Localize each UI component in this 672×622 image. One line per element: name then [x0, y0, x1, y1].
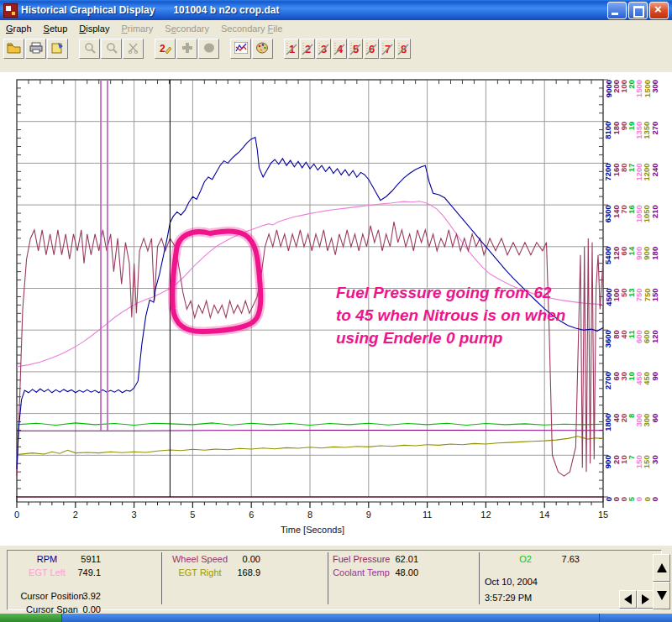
numbered-graph-icon: 6	[365, 41, 377, 56]
plus-icon	[181, 42, 193, 55]
zoom-in-button	[79, 39, 100, 59]
log-time: 3:57:29 PM	[485, 593, 532, 603]
menu-display[interactable]: Display	[73, 22, 115, 35]
graph-1-button[interactable]: 1	[284, 39, 299, 59]
annotation-text: using Enderle 0 pump	[336, 329, 502, 347]
left-arrow-icon	[624, 594, 632, 604]
scissors-icon	[128, 42, 139, 55]
print-button[interactable]	[25, 39, 46, 59]
svg-text:210: 210	[650, 205, 659, 218]
svg-text:60: 60	[650, 414, 659, 423]
graph-5-button[interactable]: 5	[348, 39, 363, 59]
channel-value-rpm: 5911	[50, 554, 101, 564]
menu-secondary-file: Secondary File	[215, 22, 288, 35]
palette-icon	[256, 42, 269, 55]
menu-primary: Primary	[115, 22, 159, 35]
svg-text:90: 90	[650, 372, 659, 381]
svg-text:2: 2	[160, 43, 165, 55]
numbered-graph-icon: 3	[318, 41, 329, 56]
numbered-graph-icon: 7	[381, 41, 393, 56]
mini-chart-icon	[234, 42, 248, 55]
cursor-step-buttons	[619, 590, 654, 609]
annotation-text: Fuel Pressure going from 62	[336, 284, 552, 301]
palette-button[interactable]	[252, 39, 273, 59]
printer-icon	[29, 42, 43, 55]
dual-graph-button[interactable]	[230, 39, 251, 59]
history-graph[interactable]: 023568911121415Time [Seconds]90008100720…	[0, 72, 672, 546]
svg-text:14: 14	[539, 510, 549, 520]
taskbar[interactable]	[0, 614, 672, 622]
right-arrow-icon	[642, 594, 649, 604]
export-note-button[interactable]	[47, 39, 68, 59]
cursor-left-button[interactable]	[619, 590, 637, 609]
zoom-in-icon	[84, 42, 96, 55]
svg-text:300: 300	[650, 80, 659, 93]
status-divider	[161, 552, 162, 604]
graph-4-button[interactable]: 4	[332, 39, 347, 59]
zoom-out-button	[101, 39, 122, 59]
svg-text:30: 30	[650, 455, 659, 464]
cut-button	[123, 39, 144, 59]
svg-text:5: 5	[190, 510, 195, 520]
window-title: Historical Graphical Display	[21, 4, 155, 16]
svg-text:0: 0	[14, 510, 19, 520]
menu-setup[interactable]: Setup	[38, 22, 74, 35]
channel-value-fuel-pressure: 62.01	[368, 554, 418, 564]
svg-text:8: 8	[307, 510, 312, 520]
menu-graph[interactable]: Graph	[0, 22, 38, 35]
cursor-position-value: 3.92	[52, 591, 101, 601]
svg-text:270: 270	[650, 122, 659, 135]
menu-bar: GraphSetupDisplayPrimarySecondarySeconda…	[0, 20, 672, 37]
graph-8-button[interactable]: 8	[396, 39, 411, 59]
channel-value-egt-left: 749.1	[50, 567, 101, 578]
folder-open-icon	[7, 42, 21, 55]
status-panel: RPM5911EGT Left749.1Wheel Speed0.00EGT R…	[0, 546, 672, 614]
status-divider	[328, 552, 328, 604]
taskbar-divider	[599, 614, 600, 622]
menu-secondary: Secondary	[159, 22, 215, 35]
cursor-right-button[interactable]	[637, 590, 654, 609]
annotation-text: to 45 when Nitrous is on when	[336, 306, 565, 324]
chart-area[interactable]: 023568911121415Time [Seconds]90008100720…	[0, 72, 672, 546]
channel-value-wheel-speed: 0.00	[208, 554, 260, 564]
x-axis-title: Time [Seconds]	[281, 525, 344, 535]
toolbar: 212345678	[0, 36, 672, 72]
svg-text:180: 180	[650, 247, 659, 260]
pencil-2-icon: 2	[159, 42, 171, 56]
graph-2-button[interactable]: 2	[300, 39, 315, 59]
channel-value-o2: 7.63	[528, 554, 580, 564]
channel-value-coolant-temp: 48.00	[368, 567, 418, 578]
up-arrow-icon	[657, 563, 667, 572]
restore-button[interactable]	[628, 2, 648, 19]
svg-text:0: 0	[650, 497, 659, 501]
close-button[interactable]	[649, 2, 669, 19]
edit-graph2-button[interactable]: 2	[155, 39, 176, 59]
channel-value-egt-right: 168.9	[208, 567, 260, 578]
graph-6-button[interactable]: 6	[364, 39, 379, 59]
svg-text:6: 6	[249, 510, 254, 520]
down-arrow-icon	[657, 591, 667, 600]
graph-3-button[interactable]: 3	[316, 39, 331, 59]
svg-text:12: 12	[480, 510, 491, 520]
svg-text:2: 2	[73, 510, 78, 520]
blob-icon	[203, 42, 215, 55]
scroll-up-button[interactable]	[653, 554, 670, 582]
note-icon	[51, 42, 64, 55]
scroll-down-button[interactable]	[653, 582, 670, 609]
add-button	[176, 39, 197, 59]
window-file-title: 101004 b n2o crop.dat	[173, 4, 279, 16]
app-window: Historical Graphical Display 101004 b n2…	[0, 0, 672, 622]
svg-text:11: 11	[423, 510, 432, 520]
start-button[interactable]	[0, 614, 62, 622]
numbered-graph-icon: 1	[286, 41, 297, 56]
graph-7-button[interactable]: 7	[380, 39, 395, 59]
scroll-buttons	[653, 554, 670, 609]
open-button[interactable]	[3, 39, 24, 59]
blob-button	[198, 39, 219, 59]
numbered-graph-icon: 8	[397, 41, 409, 56]
minimize-button[interactable]	[607, 2, 627, 19]
title-bar[interactable]: Historical Graphical Display 101004 b n2…	[0, 0, 672, 20]
status-divider	[479, 552, 480, 604]
svg-text:15: 15	[598, 510, 608, 520]
numbered-graph-icon: 4	[333, 41, 345, 56]
